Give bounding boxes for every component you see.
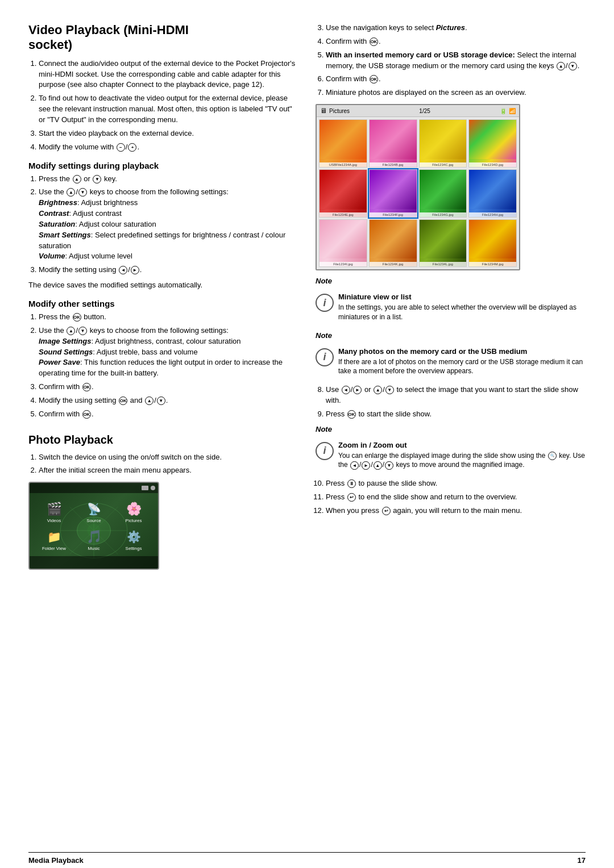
list-item: Press OK to start the slide show. [326,409,586,420]
stop-icon: ↩ [347,493,356,502]
list-item: Use ◄/► or ▲/▼ to select the image that … [326,385,586,406]
note-box-2: i Many photos on the memory card or the … [316,347,586,379]
photo-color-5 [320,170,367,209]
right-icon-r: ► [353,386,362,394]
menu-item-videos[interactable]: 🎬 Videos [35,499,73,525]
auto-save-note: The device saves the modified settings a… [28,280,298,291]
signal-icon-sm: 📶 [509,108,516,114]
menu-item-music[interactable]: 🎵 Music [75,527,113,553]
photo-label-7: File1234G.jpg [420,212,467,217]
menu-items-grid: 🎬 Videos 📡 Source 🌸 Pictures 📁 Fold [30,497,158,554]
up-icon3: ▲ [145,397,154,405]
list-item: Confirm with OK. [39,382,298,393]
photo-thumb-10: File1234K.jpg [369,219,417,268]
videos-icon: 🎬 [44,501,64,517]
list-item: Modify the setting using ◄/►. [39,265,298,276]
minus-icon: − [117,143,125,152]
down-arrow-r: ▼ [569,62,577,70]
note-content-2: Many photos on the memory card or the US… [338,347,586,379]
photo-color-11 [420,220,467,259]
photo-thumb-8: File1234H.jpg [468,169,517,218]
right-col-steps-mid: Use ◄/► or ▲/▼ to select the image that … [316,385,586,420]
pause-icon: ⏸ [347,479,356,488]
zoom-icon: 🔍 [548,452,557,460]
photo-thumb-3: File1234C.jpg [419,119,467,168]
list-item: Press ↩ to end the slide show and return… [326,492,586,503]
up-icon2: ▲ [67,327,75,335]
section1-title: Video Playback (Mini-HDMI socket) [28,23,298,53]
footer-right: 17 [578,856,586,865]
subsection2-steps: Press the OK button. Use the ▲/▼ keys to… [28,312,298,420]
folder-icon-sm: 🖥 [320,107,327,115]
battery-icon-sm: 🔋 [500,108,507,114]
photo-thumb-5: File1234E.jpg [319,169,367,218]
photo-label-11: File1234L.jpg [420,262,467,266]
photo-color-8 [469,170,516,209]
ok-icon-r1: OK [370,37,378,46]
photos-top-left: 🖥 Pictures [320,107,350,115]
down-icon-r2: ▼ [385,386,394,394]
note-icon-1: i [316,294,334,312]
down-icon2: ▼ [78,327,87,335]
photo-thumb-6: File1234F.jpg [369,169,417,218]
note-content-1: Miniature view or list In the settings, … [338,293,586,325]
right-icon-z: ► [362,461,370,470]
up-arrow-r: ▲ [557,62,565,70]
menu-item-settings[interactable]: ⚙️ Settings [115,527,152,553]
photo-color-12 [469,220,516,259]
list-item: Confirm with OK. [326,36,586,47]
menu-item-source[interactable]: 📡 Source [75,499,113,525]
photo-color-1 [320,120,367,159]
left-icon-r: ◄ [342,386,350,394]
photo-thumb-9: File1234I.jpg [319,219,367,268]
photo-color-4 [469,120,516,159]
note-word-2: Note [316,331,586,341]
menu-item-label: Settings [126,546,142,551]
ok-icon2: OK [82,383,91,391]
photo-label-9: File1234I.jpg [320,262,367,266]
left-column: Video Playback (Mini-HDMI socket) Connec… [28,23,298,841]
list-item: When you press ↩ again, you will return … [326,506,586,516]
photo-label-4: File1234D.jpg [469,162,516,167]
ok-icon-r3: OK [347,410,356,419]
photos-top-right: 🔋 📶 [500,108,516,114]
two-column-layout: Video Playback (Mini-HDMI socket) Connec… [28,23,586,841]
photo-thumb-4: File1234D.jpg [468,119,517,168]
photos-label: Pictures [329,108,350,114]
photo-color-6 [370,170,417,209]
ok-icon-r2: OK [370,75,378,84]
photos-grid-screenshot: 🖥 Pictures 1/25 🔋 📶 USBFile1234A.jpg [316,104,520,270]
plus-icon: + [128,143,136,152]
right-column: Use the navigation keys to select Pictur… [316,23,586,841]
menu-item-label: Videos [47,518,61,523]
list-item: Miniature photos are displayed on the sc… [326,87,586,98]
menu-item-folder[interactable]: 📁 Folder View [35,527,73,553]
photo-playback-title: Photo Playback [28,433,298,446]
photo-color-10 [370,220,417,259]
menu-top-bar [30,483,158,493]
photo-thumb-7: File1234G.jpg [419,169,467,218]
note-box-1: i Miniature view or list In the settings… [316,293,586,325]
settings-icon: ⚙️ [123,529,144,545]
up-icon: ▲ [67,188,75,197]
photo-thumb-1: USBFile1234A.jpg [319,119,367,168]
list-item: Use the navigation keys to select Pictur… [326,23,586,34]
list-item: After the initial screen the main menu a… [39,465,298,476]
note1-title: Miniature view or list [338,293,586,301]
main-menu-screenshot: 🎬 Videos 📡 Source 🌸 Pictures 📁 Fold [28,482,159,570]
up-icon-r2: ▲ [374,386,382,394]
list-item: Use the ▲/▼ keys to choose from the foll… [39,326,298,379]
note1-text: In the settings, you are able to select … [338,303,586,322]
down-icon-z: ▼ [385,461,393,470]
footer-left: Media Playback [28,856,84,865]
photos-top-bar: 🖥 Pictures 1/25 🔋 📶 [317,105,519,117]
photo-color-9 [320,220,367,259]
menu-item-pictures[interactable]: 🌸 Pictures [115,499,152,525]
page-footer: Media Playback 17 [28,852,586,868]
ok-icon: OK [73,313,81,322]
photo-label-8: File1234H.jpg [469,212,516,217]
photo-label-12: File1234M.jpg [469,262,516,266]
signal-icon [151,486,155,490]
music-icon: 🎵 [84,529,104,545]
source-icon: 📡 [84,501,104,517]
